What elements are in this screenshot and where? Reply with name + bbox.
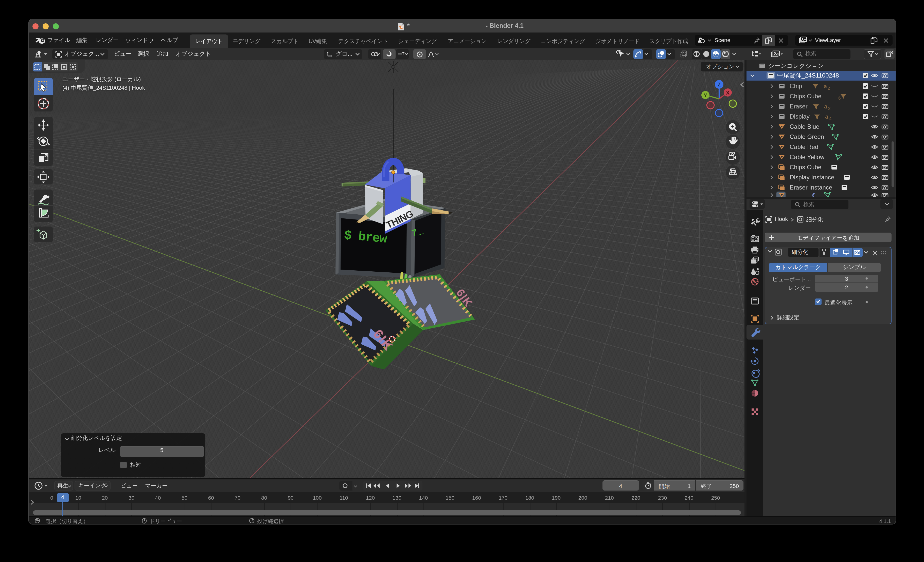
svg-text:Display Instance: Display Instance [790, 174, 834, 181]
svg-text:シーンコレクション: シーンコレクション [768, 62, 824, 69]
svg-text:4: 4 [829, 116, 831, 121]
svg-text:Chip: Chip [790, 82, 802, 90]
svg-text:Cable Blue: Cable Blue [790, 123, 819, 130]
svg-text:Eraser: Eraser [790, 103, 808, 110]
svg-text:Cable Green: Cable Green [790, 133, 824, 140]
svg-text:Chips Cube: Chips Cube [790, 93, 821, 100]
svg-text:a: a [825, 113, 828, 120]
svg-text:Display: Display [790, 113, 810, 120]
svg-text:Z: Z [717, 81, 721, 88]
svg-text:X: X [726, 90, 729, 96]
svg-text:中尾賢伸_24S1100248: 中尾賢伸_24S1100248 [777, 72, 839, 79]
svg-text:Cable Red: Cable Red [790, 143, 818, 150]
svg-text:Cable Yellow: Cable Yellow [790, 154, 825, 160]
svg-text:Eraser Instance: Eraser Instance [790, 184, 832, 191]
svg-text:Y: Y [704, 92, 707, 98]
svg-text:2: 2 [828, 86, 830, 91]
svg-text:Chips Cube: Chips Cube [790, 164, 821, 170]
svg-text:6: 6 [838, 96, 841, 100]
svg-text:2: 2 [828, 106, 830, 111]
svg-text:a: a [824, 103, 827, 110]
svg-text:a: a [824, 82, 827, 90]
